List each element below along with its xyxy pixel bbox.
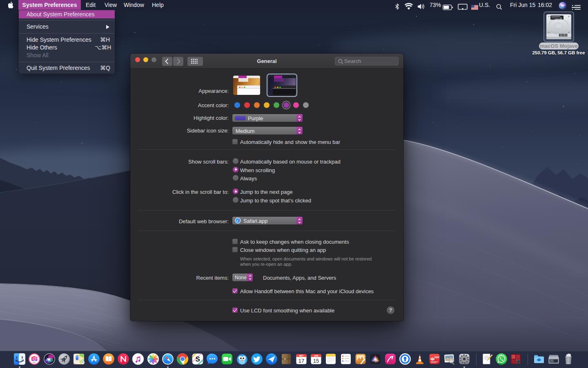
svg-text:JUN: JUN [314, 355, 318, 357]
svg-text:17: 17 [298, 358, 304, 364]
svg-text:HEIC: HEIC [33, 362, 36, 364]
svg-text:MAY: MAY [299, 355, 303, 357]
svg-text:S: S [195, 355, 200, 363]
svg-text:PDF: PDF [434, 356, 439, 359]
svg-text:3D: 3D [82, 361, 85, 364]
svg-text:15: 15 [313, 358, 319, 364]
